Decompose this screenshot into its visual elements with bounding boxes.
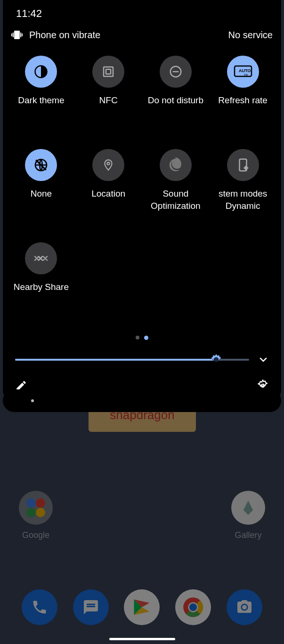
tile-label: Sound Optimization	[145, 188, 207, 212]
page-indicator	[8, 326, 276, 354]
tile-label: Location	[91, 188, 125, 200]
clock: 11:42	[16, 8, 268, 20]
tile-dark-theme[interactable]: Dark theme	[8, 50, 74, 140]
nfc-icon	[92, 56, 124, 88]
tile-label: Nearby Share	[14, 281, 69, 293]
swirl-icon	[160, 149, 192, 181]
tile-dnd[interactable]: Do not disturb	[143, 50, 209, 140]
tile-refresh-rate[interactable]: AUTOHz Refresh rate	[210, 50, 276, 140]
tile-none[interactable]: None	[8, 143, 74, 233]
half-circle-icon	[25, 56, 57, 88]
tile-location[interactable]: Location	[76, 143, 141, 233]
tile-system-modes[interactable]: stem modes Dynamic	[210, 143, 276, 233]
vibrate-text: Phone on vibrate	[29, 30, 100, 41]
vibrate-icon	[11, 29, 23, 41]
nav-pill[interactable]	[109, 638, 175, 640]
svg-text:Hz: Hz	[244, 73, 248, 76]
network-status[interactable]: No service	[228, 30, 273, 41]
tile-nfc[interactable]: NFC	[76, 50, 141, 140]
phone-gear-icon	[227, 149, 259, 181]
svg-point-22	[244, 166, 248, 170]
tile-label: Dark theme	[18, 94, 64, 107]
tiles-grid: Dark theme NFC Do not disturb AUTOHz Ref…	[8, 46, 276, 326]
globe-off-icon	[25, 149, 57, 181]
expand-brightness-button[interactable]	[258, 354, 269, 365]
brightness-row	[8, 354, 276, 365]
svg-point-23	[214, 357, 219, 362]
dnd-icon	[160, 56, 192, 88]
tile-label: stem modes Dynamic	[212, 188, 274, 212]
svg-rect-11	[104, 67, 113, 76]
tile-label: Do not disturb	[148, 94, 203, 107]
nearby-icon	[25, 242, 57, 274]
pin-icon	[92, 149, 124, 181]
quick-settings-panel: 11:42 Phone on vibrate No service Dark t…	[3, 0, 281, 403]
brightness-thumb-icon[interactable]	[209, 353, 223, 367]
brightness-slider[interactable]	[15, 359, 249, 361]
tile-label: None	[31, 188, 52, 200]
tile-label: Refresh rate	[218, 94, 268, 107]
tile-label: NFC	[99, 94, 118, 107]
svg-text:AUTO: AUTO	[239, 68, 251, 73]
status-bar: 11:42	[8, 8, 276, 25]
svg-point-20	[107, 162, 109, 165]
svg-rect-12	[106, 69, 111, 74]
tile-sound-opt[interactable]: Sound Optimization	[143, 143, 209, 233]
vibrate-status[interactable]: Phone on vibrate	[11, 29, 100, 41]
auto-hz-icon: AUTOHz	[227, 56, 259, 88]
page-dot[interactable]	[136, 336, 139, 339]
notification-dot-icon	[31, 399, 34, 402]
brightness-fill	[15, 359, 216, 361]
qs-header: Phone on vibrate No service	[8, 25, 276, 46]
qs-footer	[8, 365, 276, 392]
tile-nearby-share[interactable]: Nearby Share	[8, 237, 74, 326]
page-dot-active[interactable]	[144, 336, 148, 340]
notification-bar[interactable]	[3, 389, 281, 412]
